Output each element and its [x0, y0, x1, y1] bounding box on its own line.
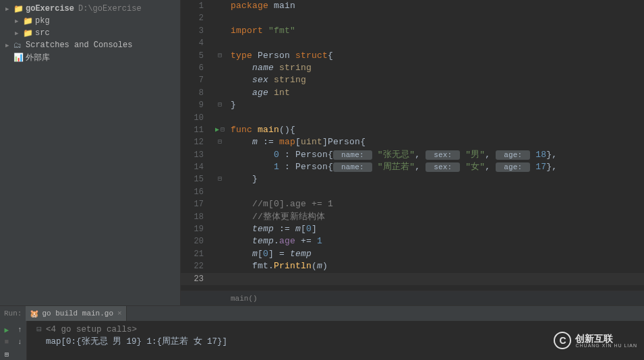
- code-line[interactable]: 18 //整体更新结构体: [181, 211, 644, 223]
- tree-item[interactable]: ▶📁goExerciseD:\goExercise: [0, 3, 180, 15]
- gutter-icons[interactable]: ⊟: [210, 50, 229, 62]
- layout-icon[interactable]: ⊞: [0, 348, 13, 360]
- code-line[interactable]: 5⊟type Person struct{: [181, 50, 644, 62]
- line-number[interactable]: 4: [185, 37, 210, 49]
- line-number[interactable]: 14: [185, 161, 210, 173]
- line-content[interactable]: package main: [229, 0, 295, 12]
- project-sidebar[interactable]: ▶📁goExerciseD:\goExercise▶📁pkg▶📁src▶🗂Scr…: [0, 0, 181, 305]
- line-number[interactable]: 6: [185, 62, 210, 74]
- gutter-icons[interactable]: ⊟: [210, 99, 229, 111]
- line-number[interactable]: 17: [185, 198, 210, 210]
- line-content[interactable]: temp.age += 1: [229, 235, 322, 247]
- code-line[interactable]: 11▶⊟func main(){: [181, 124, 644, 136]
- folder-icon: 🗂: [13, 40, 23, 51]
- line-number[interactable]: 13: [185, 149, 210, 161]
- gutter-icons[interactable]: ▶⊟: [210, 124, 229, 136]
- line-content[interactable]: temp := m[0]: [229, 223, 317, 235]
- tree-item[interactable]: ▶📁pkg: [0, 15, 180, 27]
- console-output[interactable]: ⊟<4 go setup calls> map[0:{张无忌 男 19} 1:{…: [27, 321, 644, 360]
- line-content[interactable]: import "fmt": [229, 25, 295, 37]
- line-number[interactable]: 20: [185, 235, 210, 247]
- line-content[interactable]: 0 : Person{ name: "张无忌", sex: "男", age: …: [229, 149, 557, 161]
- code-line[interactable]: 13 0 : Person{ name: "张无忌", sex: "男", ag…: [181, 149, 644, 161]
- line-number[interactable]: 5: [185, 50, 210, 62]
- line-content[interactable]: fmt.Println(m): [229, 260, 328, 272]
- line-number[interactable]: 15: [185, 173, 210, 185]
- line-number[interactable]: 7: [185, 74, 210, 86]
- line-content[interactable]: }: [229, 173, 258, 185]
- line-number[interactable]: 1: [185, 0, 210, 12]
- line-number[interactable]: 11: [185, 124, 210, 136]
- stop-button[interactable]: ■: [0, 336, 13, 348]
- fold-icon[interactable]: ⊟: [218, 173, 222, 185]
- line-number[interactable]: 18: [185, 211, 210, 223]
- code-line[interactable]: 7 sex string: [181, 74, 644, 86]
- line-number[interactable]: 22: [185, 260, 210, 272]
- code-editor[interactable]: 1package main23import "fmt"45⊟type Perso…: [181, 0, 644, 305]
- up-icon[interactable]: ↑: [13, 324, 27, 336]
- parameter-hint: name:: [333, 150, 372, 160]
- line-number[interactable]: 10: [185, 112, 210, 124]
- code-line[interactable]: 19 temp := m[0]: [181, 223, 644, 235]
- code-line[interactable]: 22 fmt.Println(m): [181, 260, 644, 272]
- chevron-right-icon[interactable]: ▶: [15, 30, 22, 37]
- fold-icon[interactable]: ⊟: [32, 324, 46, 336]
- code-line[interactable]: 12⊟ m := map[uint]Person{: [181, 136, 644, 148]
- gutter-icons[interactable]: ⊟: [210, 173, 229, 185]
- code-line[interactable]: 8 age int: [181, 87, 644, 99]
- line-content[interactable]: age int: [229, 87, 290, 99]
- run-config-tab[interactable]: 🐹 go build main.go ×: [26, 306, 126, 321]
- line-number[interactable]: 2: [185, 12, 210, 24]
- run-panel: Run: 🐹 go build main.go × ▶ ↑ ■ ↓ ⊞ ⊟<4 …: [0, 305, 644, 360]
- code-line[interactable]: 4: [181, 37, 644, 49]
- code-line[interactable]: 3import "fmt": [181, 25, 644, 37]
- line-number[interactable]: 9: [185, 99, 210, 111]
- code-line[interactable]: 15⊟ }: [181, 173, 644, 185]
- code-line[interactable]: 23: [181, 273, 644, 285]
- line-content[interactable]: type Person struct{: [229, 50, 333, 62]
- line-content[interactable]: name string: [229, 62, 312, 74]
- tree-item[interactable]: 📊外部库: [0, 51, 180, 63]
- chevron-right-icon[interactable]: ▶: [5, 42, 12, 49]
- code-line[interactable]: 9⊟}: [181, 99, 644, 111]
- line-content[interactable]: sex string: [229, 74, 306, 86]
- line-number[interactable]: 21: [185, 248, 210, 260]
- code-line[interactable]: 1package main: [181, 0, 644, 12]
- line-content[interactable]: func main(){: [229, 124, 295, 136]
- code-line[interactable]: 21 m[0] = temp: [181, 248, 644, 260]
- fold-icon[interactable]: ⊟: [218, 99, 222, 111]
- down-icon[interactable]: ↓: [13, 336, 27, 348]
- line-number[interactable]: 12: [185, 136, 210, 148]
- line-content[interactable]: }: [229, 99, 236, 111]
- gutter-icons[interactable]: ⊟: [210, 136, 229, 148]
- line-content[interactable]: //m[0].age += 1: [229, 198, 333, 210]
- line-content[interactable]: m[0] = temp: [229, 248, 312, 260]
- line-content[interactable]: 1 : Person{ name: "周芷若", sex: "女", age: …: [229, 161, 557, 173]
- line-number[interactable]: 3: [185, 25, 210, 37]
- tree-item[interactable]: ▶🗂Scratches and Consoles: [0, 39, 180, 51]
- folder-icon: 📊: [13, 53, 23, 63]
- code-line[interactable]: 16: [181, 186, 644, 198]
- line-number[interactable]: 23: [185, 273, 210, 285]
- line-number[interactable]: 8: [185, 87, 210, 99]
- code-line[interactable]: 14 1 : Person{ name: "周芷若", sex: "女", ag…: [181, 161, 644, 173]
- tree-item[interactable]: ▶📁src: [0, 27, 180, 39]
- code-area[interactable]: 1package main23import "fmt"45⊟type Perso…: [181, 0, 644, 291]
- close-icon[interactable]: ×: [117, 309, 122, 318]
- fold-icon[interactable]: ⊟: [221, 124, 225, 136]
- chevron-right-icon[interactable]: ▶: [5, 5, 12, 13]
- code-line[interactable]: 10: [181, 112, 644, 124]
- run-gutter-icon[interactable]: ▶: [215, 124, 219, 136]
- rerun-button[interactable]: ▶: [0, 324, 13, 336]
- line-number[interactable]: 19: [185, 223, 210, 235]
- line-content[interactable]: //整体更新结构体: [229, 211, 325, 223]
- line-content[interactable]: m := map[uint]Person{: [229, 136, 365, 148]
- fold-icon[interactable]: ⊟: [218, 50, 222, 62]
- line-number[interactable]: 16: [185, 186, 210, 198]
- fold-icon[interactable]: ⊟: [218, 136, 222, 148]
- chevron-right-icon[interactable]: ▶: [15, 18, 22, 25]
- code-line[interactable]: 20 temp.age += 1: [181, 235, 644, 247]
- code-line[interactable]: 2: [181, 12, 644, 24]
- code-line[interactable]: 17 //m[0].age += 1: [181, 198, 644, 210]
- code-line[interactable]: 6 name string: [181, 62, 644, 74]
